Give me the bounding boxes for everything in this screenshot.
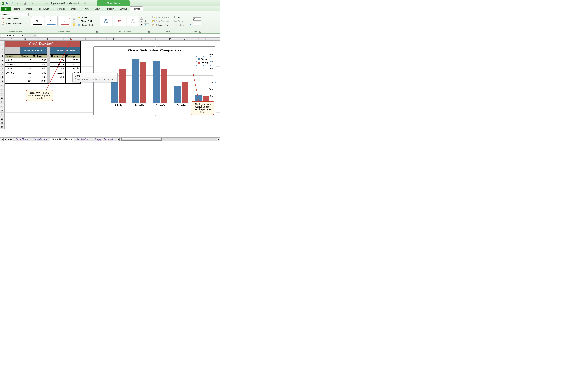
tab-review[interactable]: Review bbox=[79, 7, 92, 11]
gallery-down-button[interactable]: ▼ bbox=[140, 20, 143, 23]
height-input[interactable] bbox=[193, 17, 201, 20]
shape-outline-button[interactable]: Shape Outline▼ bbox=[77, 20, 97, 23]
excel-icon[interactable]: X bbox=[1, 1, 5, 5]
group-shape-styles: Abc Abc Abc ▲ ▼ ▼ Shape Fill▼ Shape Outl… bbox=[30, 11, 98, 33]
sheet-nav-prev[interactable]: ◀ bbox=[4, 138, 6, 141]
save-icon[interactable] bbox=[5, 1, 9, 5]
tab-home[interactable]: Home bbox=[11, 7, 23, 11]
chart-element-combo[interactable]: Legend ▼ bbox=[1, 12, 29, 16]
sheet-tab-bar: ⏮ ◀ ▶ ⏭ Stock TrendClass GradesGrade Dis… bbox=[0, 137, 220, 141]
contextual-tab-label: Chart Tools bbox=[97, 0, 130, 6]
hscroll-left[interactable]: ◀ bbox=[117, 138, 120, 141]
selection-pane-button[interactable]: Selection Pane bbox=[152, 23, 173, 27]
horizontal-scrollbar[interactable] bbox=[121, 138, 217, 141]
wordart-style-2[interactable]: A bbox=[113, 16, 126, 26]
formula-bar: Chart 3 ▼ fx bbox=[0, 34, 220, 38]
format-selection-icon bbox=[2, 18, 4, 20]
gallery-up-button[interactable]: ▲ bbox=[140, 16, 143, 20]
chevron-down-icon: ▼ bbox=[91, 17, 92, 18]
tab-design[interactable]: Design bbox=[104, 7, 117, 11]
hscroll-right[interactable]: ▶ bbox=[217, 138, 220, 141]
sheet-nav-first[interactable]: ⏮ bbox=[1, 138, 4, 141]
svg-text:A: A bbox=[145, 24, 146, 26]
gallery-up-button[interactable]: ▲ bbox=[73, 16, 75, 20]
tab-format[interactable]: Format bbox=[130, 6, 143, 11]
text-fill-button[interactable]: A▼ bbox=[144, 16, 149, 19]
wordart-gallery[interactable]: A A A ▲ ▼ ▼ bbox=[100, 16, 143, 26]
print-icon[interactable] bbox=[23, 1, 27, 5]
file-tab[interactable]: File bbox=[1, 7, 11, 11]
svg-rect-26 bbox=[175, 20, 176, 21]
tab-view[interactable]: View bbox=[92, 7, 103, 11]
worksheet-grid[interactable]: ABCDEFGHIJKLMNOP 12345678910111213141516… bbox=[0, 38, 220, 137]
svg-rect-22 bbox=[153, 25, 154, 25]
dialog-launcher-icon[interactable]: ⬊ bbox=[200, 31, 201, 33]
shape-fill-button[interactable]: Shape Fill▼ bbox=[77, 16, 97, 19]
shape-style-1[interactable]: Abc bbox=[31, 16, 44, 26]
ribbon: Legend ▼ Format Selection Reset to Match… bbox=[0, 11, 220, 34]
shape-effects-button[interactable]: Shape Effects▼ bbox=[77, 23, 97, 27]
dialog-launcher-icon[interactable]: ⬊ bbox=[96, 31, 97, 33]
qat-customize-icon[interactable]: ▼ bbox=[32, 2, 33, 4]
redo-icon[interactable] bbox=[16, 1, 20, 5]
tab-layout[interactable]: Layout bbox=[117, 7, 130, 11]
tab-data[interactable]: Data bbox=[68, 7, 79, 11]
group-label: Size bbox=[189, 30, 201, 33]
formula-input[interactable] bbox=[37, 34, 220, 37]
sheet-tab[interactable]: Supply & Demand bbox=[92, 138, 116, 141]
sheet-tab[interactable]: Grade Distribution bbox=[49, 138, 74, 141]
group-current-selection: Legend ▼ Format Selection Reset to Match… bbox=[0, 11, 30, 33]
gallery-more-button[interactable]: ▼ bbox=[140, 23, 143, 26]
group-label: WordArt Styles bbox=[100, 30, 149, 33]
group-button[interactable]: Group▼ bbox=[174, 20, 187, 23]
svg-rect-24 bbox=[175, 17, 176, 17]
group-wordart-styles: A A A ▲ ▼ ▼ A▼ A▼ A▼ WordArt Styles ⬊ bbox=[98, 11, 150, 33]
send-backward-button[interactable]: Send Backward▼ bbox=[152, 20, 173, 23]
wordart-style-3[interactable]: A bbox=[127, 16, 139, 26]
dialog-launcher-icon[interactable]: ⬊ bbox=[147, 31, 149, 33]
width-icon bbox=[189, 22, 192, 25]
text-outline-button[interactable]: A▼ bbox=[144, 20, 149, 23]
sheet-tab[interactable]: Class Grades bbox=[30, 138, 49, 141]
tab-page-layout[interactable]: Page Layout bbox=[35, 7, 53, 11]
width-input-row bbox=[189, 22, 201, 25]
shape-style-2[interactable]: Abc bbox=[45, 16, 58, 26]
group-label: Arrange bbox=[152, 30, 187, 33]
scrollbar-thumb[interactable] bbox=[121, 138, 162, 141]
format-selection-button[interactable]: Format Selection bbox=[1, 17, 20, 20]
chevron-down-icon: ▼ bbox=[95, 24, 96, 26]
svg-rect-17 bbox=[152, 16, 154, 18]
bring-forward-button[interactable]: Bring Forward▼ bbox=[152, 16, 173, 19]
text-effects-button[interactable]: A▼ bbox=[144, 23, 149, 27]
tab-formulas[interactable]: Formulas bbox=[53, 7, 68, 11]
reset-style-button[interactable]: Reset to Match Style bbox=[1, 21, 23, 25]
sheet-nav-last[interactable]: ⏭ bbox=[10, 138, 12, 141]
svg-rect-6 bbox=[24, 3, 26, 4]
sheet-nav-next[interactable]: ▶ bbox=[7, 138, 9, 141]
fx-button[interactable]: fx bbox=[33, 34, 37, 37]
svg-point-11 bbox=[78, 24, 80, 26]
ribbon-tabs: File Home Insert Page Layout Formulas Da… bbox=[0, 6, 220, 11]
shape-style-gallery[interactable]: Abc Abc Abc ▲ ▼ ▼ bbox=[31, 16, 75, 26]
rotate-button[interactable]: Rotate▼ bbox=[174, 23, 187, 27]
svg-text:A: A bbox=[145, 16, 146, 18]
width-input[interactable] bbox=[193, 22, 201, 25]
svg-text:X: X bbox=[2, 2, 3, 4]
tooltip-body: Choose a visual style for the shape or l… bbox=[74, 78, 116, 81]
sheet-tab[interactable]: Health Care bbox=[74, 138, 92, 141]
group-arrange: Bring Forward▼ Send Backward▼ Selection … bbox=[150, 11, 188, 33]
gallery-down-button[interactable]: ▼ bbox=[73, 20, 75, 23]
svg-rect-5 bbox=[24, 2, 26, 3]
tab-insert[interactable]: Insert bbox=[23, 7, 35, 11]
shape-style-3[interactable]: Abc bbox=[59, 16, 72, 26]
pencil-icon bbox=[78, 20, 80, 22]
gallery-more-button[interactable]: ▼ bbox=[73, 23, 75, 26]
align-button[interactable]: Align▼ bbox=[174, 16, 187, 19]
sheet-tab[interactable]: Stock Trend bbox=[13, 138, 31, 141]
name-box[interactable]: Chart 3 ▼ bbox=[1, 34, 24, 37]
height-icon bbox=[189, 18, 192, 20]
svg-rect-3 bbox=[7, 2, 8, 3]
wordart-style-1[interactable]: A bbox=[100, 16, 112, 26]
undo-icon[interactable] bbox=[10, 1, 14, 5]
svg-point-9 bbox=[3, 22, 4, 23]
